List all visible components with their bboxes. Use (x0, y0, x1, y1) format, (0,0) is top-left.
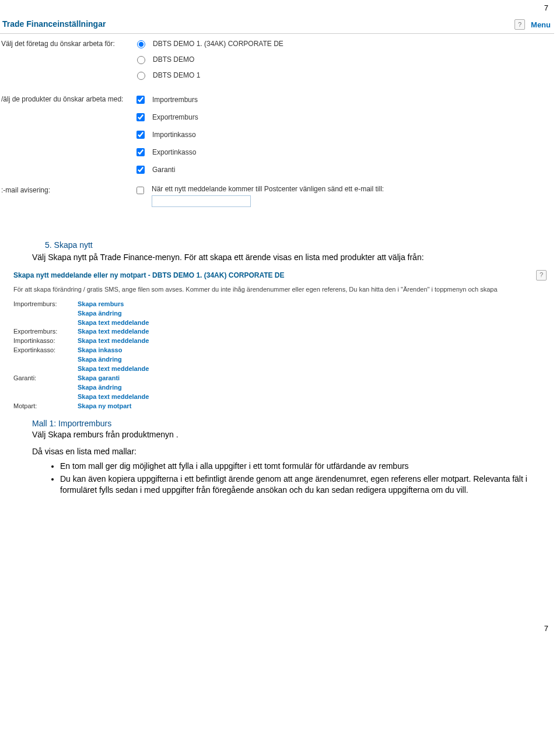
product-check-4[interactable] (136, 166, 145, 174)
create-row-4: Garanti: Skapa garanti Skapa ändring Ska… (9, 374, 551, 402)
create-panel-desc: För att skapa förändring / gratis SMS, a… (9, 283, 551, 300)
create-row-2: Importinkasso: Skapa text meddelande (9, 337, 551, 346)
email-check[interactable] (136, 187, 144, 194)
create-link[interactable]: Skapa text meddelande (78, 365, 149, 374)
help-icon[interactable]: ? (536, 270, 547, 281)
products-row: /älj de produkter du önskar arbeta med: … (0, 94, 554, 181)
product-option-label: Garanti (152, 166, 175, 174)
page-number-bottom: 7 (0, 621, 560, 636)
company-option-label: DBTS DEMO (153, 55, 194, 64)
create-link[interactable]: Skapa garanti (78, 374, 149, 383)
create-link[interactable]: Skapa text meddelande (78, 392, 149, 402)
product-check-0[interactable] (136, 96, 145, 104)
product-option-0[interactable]: Importremburs (134, 94, 554, 106)
settings-header: Trade Financeinställningar ? Menu (0, 16, 554, 34)
create-link[interactable]: Skapa text meddelande (78, 337, 149, 346)
product-option-label: Exportinkasso (152, 148, 196, 156)
step5-text: Välj Skapa nytt på Trade Finance-menyn. … (32, 252, 528, 263)
page-number-top: 7 (0, 0, 560, 16)
create-link[interactable]: Skapa ny motpart (78, 402, 131, 411)
company-option-1[interactable]: DBTS DEMO (134, 54, 554, 64)
create-row-5: Motpart: Skapa ny motpart (9, 402, 551, 411)
create-link[interactable]: Skapa remburs (78, 300, 149, 309)
create-row-label: Garanti: (13, 374, 78, 383)
create-row-label: Motpart: (13, 402, 78, 411)
company-radio-0[interactable] (137, 40, 145, 48)
mall1-bullets: En tom mall ger dig möjlighet att fylla … (32, 461, 528, 496)
create-row-label: Exportremburs: (13, 327, 78, 336)
mall1-line2: Då visas en lista med mallar: (32, 446, 528, 457)
company-option-0[interactable]: DBTS DEMO 1. (34AK) CORPORATE DE (134, 38, 554, 48)
mall1-bullet-0: En tom mall ger dig möjlighet att fylla … (60, 461, 528, 472)
product-option-3[interactable]: Exportinkasso (134, 146, 554, 158)
create-row-label: Exportinkasso: (13, 346, 78, 355)
create-link[interactable]: Skapa inkasso (78, 346, 149, 355)
create-panel: Skapa nytt meddelande eller ny motpart -… (9, 267, 551, 411)
document-body: 5. Skapa nytt Välj Skapa nytt på Trade F… (0, 216, 560, 504)
create-panel-title: Skapa nytt meddelande eller ny motpart -… (13, 271, 285, 280)
mall1-heading: Mall 1: Importremburs (32, 418, 528, 429)
step5-heading: 5. Skapa nytt (32, 240, 528, 251)
product-check-2[interactable] (136, 131, 145, 139)
settings-title: Trade Financeinställningar (0, 16, 106, 33)
company-option-2[interactable]: DBTS DEMO 1 (134, 70, 554, 80)
products-label: /älj de produkter du önskar arbeta med: (0, 94, 134, 103)
company-radio-1[interactable] (137, 56, 145, 64)
mall1-line1: Välj Skapa remburs från produktmenyn . (32, 429, 528, 440)
create-link[interactable]: Skapa ändring (78, 383, 149, 392)
product-option-4[interactable]: Garanti (134, 164, 554, 176)
company-option-label: DBTS DEMO 1 (153, 71, 200, 79)
create-link[interactable]: Skapa ändring (78, 355, 149, 365)
create-link[interactable]: Skapa ändring (78, 309, 149, 318)
email-label: :-mail avisering: (0, 185, 134, 194)
create-link[interactable]: Skapa text meddelande (78, 318, 149, 328)
product-check-1[interactable] (136, 113, 145, 121)
company-radio-2[interactable] (137, 72, 145, 80)
help-icon[interactable]: ? (514, 19, 525, 30)
email-input[interactable] (152, 195, 251, 207)
create-row-1: Exportremburs: Skapa text meddelande (9, 327, 551, 337)
create-link[interactable]: Skapa text meddelande (78, 327, 149, 337)
email-row: :-mail avisering: När ett nytt meddeland… (0, 185, 554, 207)
create-row-label: Importinkasso: (13, 337, 78, 345)
create-row-3: Exportinkasso: Skapa inkasso Skapa ändri… (9, 346, 551, 374)
company-option-label: DBTS DEMO 1. (34AK) CORPORATE DE (153, 40, 284, 48)
company-row: Välj det företag du önskar arbeta för: D… (0, 38, 554, 86)
product-option-label: Exportremburs (152, 113, 198, 121)
create-row-label: Importremburs: (13, 300, 78, 309)
email-text: När ett nytt meddelande kommer till Post… (152, 185, 384, 193)
product-option-label: Importinkasso (152, 131, 196, 139)
product-option-label: Importremburs (152, 96, 198, 104)
product-check-3[interactable] (136, 148, 145, 156)
menu-link[interactable]: Menu (531, 20, 551, 29)
product-option-2[interactable]: Importinkasso (134, 129, 554, 141)
company-label: Välj det företag du önskar arbeta för: (0, 38, 134, 48)
mall1-bullet-1: Du kan även kopiera uppgifterna i ett be… (60, 474, 528, 496)
settings-panel: Trade Financeinställningar ? Menu Välj d… (0, 16, 560, 216)
product-option-1[interactable]: Exportremburs (134, 111, 554, 123)
create-row-0: Importremburs: Skapa remburs Skapa ändri… (9, 300, 551, 328)
